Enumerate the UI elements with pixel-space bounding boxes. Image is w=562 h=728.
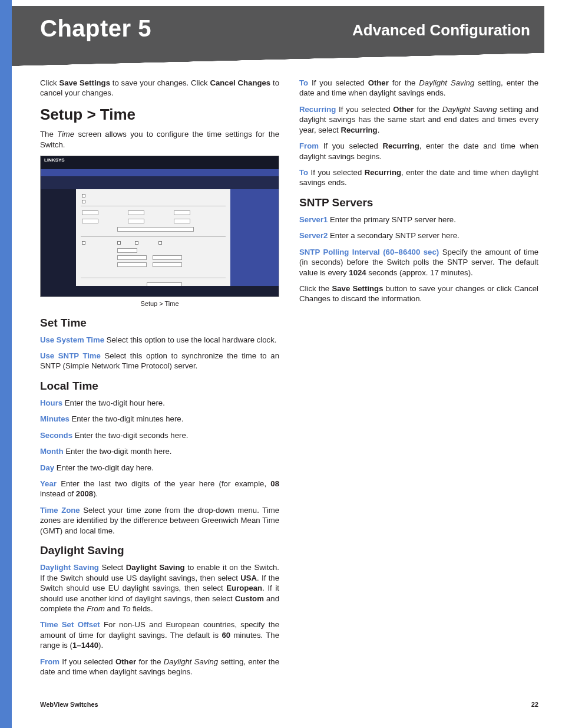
sntp-s2: Server2 Enter a secondary SNTP server he… xyxy=(299,230,538,241)
ds-from: From If you selected Other for the Dayli… xyxy=(40,657,279,677)
footer-product: WebView Switches xyxy=(40,701,98,708)
intro-paragraph: Click Save Settings to save your changes… xyxy=(40,78,279,98)
figure-screenshot: LINKSYS xyxy=(40,156,279,297)
heading-set-time: Set Time xyxy=(40,315,279,330)
lt-minutes: Minutes Enter the two-digit minutes here… xyxy=(40,414,279,424)
ds-main: Daylight Saving Select Daylight Saving t… xyxy=(40,562,279,614)
content: Click Save Settings to save your changes… xyxy=(40,78,538,687)
sntp-s1: Server1 Enter the primary SNTP server he… xyxy=(299,215,538,225)
lt-day: Day Enter the two-digit day here. xyxy=(40,463,279,473)
lt-hours: Hours Enter the two-digit hour here. xyxy=(40,398,279,408)
sntp-save: Click the Save Settings button to save y… xyxy=(299,284,538,304)
page-footer: WebView Switches 22 xyxy=(40,701,538,708)
ds-rto: To If you selected Recurring, enter the … xyxy=(299,167,538,188)
side-accent xyxy=(0,0,12,728)
ds-to: To If you selected Other for the Dayligh… xyxy=(299,78,538,98)
fig-brand: LINKSYS xyxy=(41,156,279,169)
lt-year: Year Enter the last two digits of the ye… xyxy=(40,479,279,499)
set-time-sntp: Use SNTP Time Select this option to sync… xyxy=(40,351,279,371)
page-header: Chapter 5 Advanced Configuration xyxy=(12,6,544,53)
heading-setup-time: Setup > Time xyxy=(40,104,279,124)
lt-month: Month Enter the two-digit month here. xyxy=(40,446,279,456)
ds-tso: Time Set Offset For non-US and European … xyxy=(40,620,279,650)
chapter-title: Chapter 5 xyxy=(40,15,151,42)
sntp-pi: SNTP Polling Interval (60–86400 sec) Spe… xyxy=(299,247,538,278)
page: Chapter 5 Advanced Configuration Click S… xyxy=(0,0,562,728)
ds-rfrom: From If you selected Recurring, enter th… xyxy=(299,141,538,162)
figure-caption: Setup > Time xyxy=(40,299,279,308)
footer-page: 22 xyxy=(531,701,538,708)
heading-sntp: SNTP Servers xyxy=(299,195,538,210)
section-title: Advanced Configuration xyxy=(352,21,530,39)
figure-wrap: LINKSYS xyxy=(40,156,279,308)
heading-daylight: Daylight Saving xyxy=(40,543,279,558)
heading-local-time: Local Time xyxy=(40,378,279,393)
lt-timezone: Time Zone Select your time zone from the… xyxy=(40,505,279,536)
lt-seconds: Seconds Enter the two-digit seconds here… xyxy=(40,430,279,440)
set-time-system: Use System Time Select this option to us… xyxy=(40,335,279,345)
ds-recurring: Recurring If you selected Other for the … xyxy=(299,104,538,135)
setup-time-para: The Time screen allows you to configure … xyxy=(40,129,279,150)
